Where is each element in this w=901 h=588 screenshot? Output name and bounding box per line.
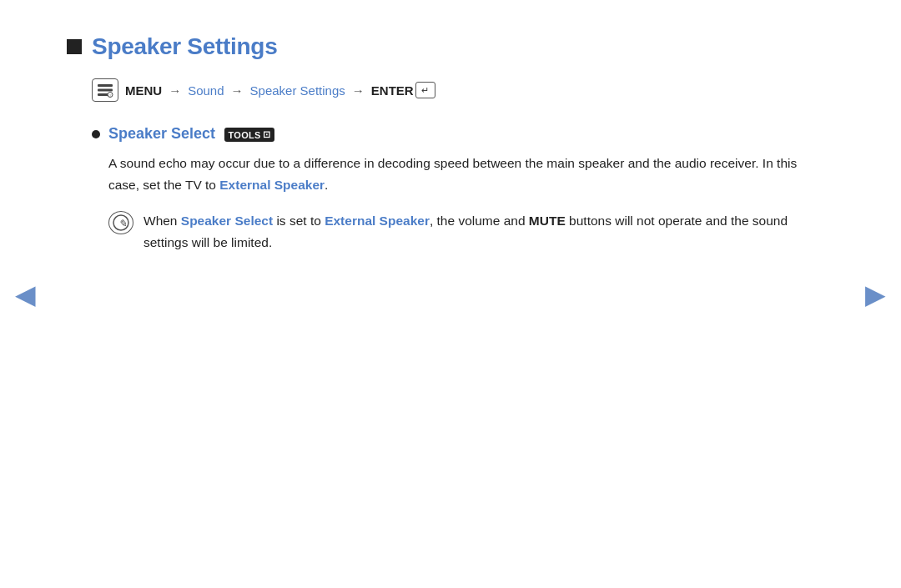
desc-text-before: A sound echo may occur due to a differen… [108, 156, 797, 192]
title-row: Speaker Settings [67, 33, 834, 60]
note-link-external-speaker: External Speaker [325, 214, 430, 228]
menu-icon: ☞ [92, 78, 118, 102]
tools-badge-icon: ⊡ [263, 129, 270, 140]
note-text-part3: , the volume and [430, 214, 529, 228]
tools-badge: TOOLS ⊡ [224, 128, 275, 142]
svg-text:✎: ✎ [118, 218, 127, 229]
note-link-speaker-select: Speaker Select [181, 214, 273, 228]
content-section: Speaker Select TOOLS ⊡ A sound echo may … [92, 125, 834, 253]
breadcrumb-arrow-2: → [231, 83, 244, 98]
menu-label: MENU [125, 83, 162, 98]
title-square-icon [67, 39, 82, 54]
nav-arrow-left[interactable]: ◀ [15, 279, 36, 310]
svg-rect-1 [98, 89, 113, 92]
nav-arrow-right[interactable]: ▶ [865, 279, 886, 310]
desc-text-after: . [325, 178, 328, 192]
breadcrumb-speaker-settings: Speaker Settings [250, 83, 345, 98]
speaker-select-label: Speaker Select [108, 125, 215, 142]
note-mute-bold: MUTE [529, 214, 566, 228]
page-container: Speaker Settings ☞ MENU → Sound → Speake… [0, 0, 901, 588]
breadcrumb: ☞ MENU → Sound → Speaker Settings → ENTE… [92, 78, 834, 102]
page-title: Speaker Settings [92, 33, 277, 60]
note-row: ✎ When Speaker Select is set to External… [108, 210, 793, 253]
note-text: When Speaker Select is set to External S… [143, 210, 793, 253]
breadcrumb-sound: Sound [188, 83, 224, 98]
breadcrumb-arrow-3: → [352, 83, 365, 98]
bullet-row: Speaker Select TOOLS ⊡ [92, 125, 834, 143]
desc-link-external-speaker: External Speaker [219, 178, 325, 192]
bullet-dot [92, 130, 100, 138]
svg-rect-0 [98, 84, 113, 87]
breadcrumb-arrow-1: → [169, 83, 181, 98]
enter-label: ENTER [371, 83, 414, 98]
note-text-part1: When [143, 214, 181, 228]
bullet-content: Speaker Select TOOLS ⊡ [108, 125, 274, 143]
description-text: A sound echo may occur due to a differen… [108, 153, 801, 195]
enter-icon: ↵ [415, 82, 435, 98]
tools-badge-text: TOOLS [229, 130, 261, 140]
note-icon: ✎ [108, 211, 133, 234]
breadcrumb-enter: ENTER ↵ [371, 82, 435, 98]
note-text-part2: is set to [273, 214, 325, 228]
